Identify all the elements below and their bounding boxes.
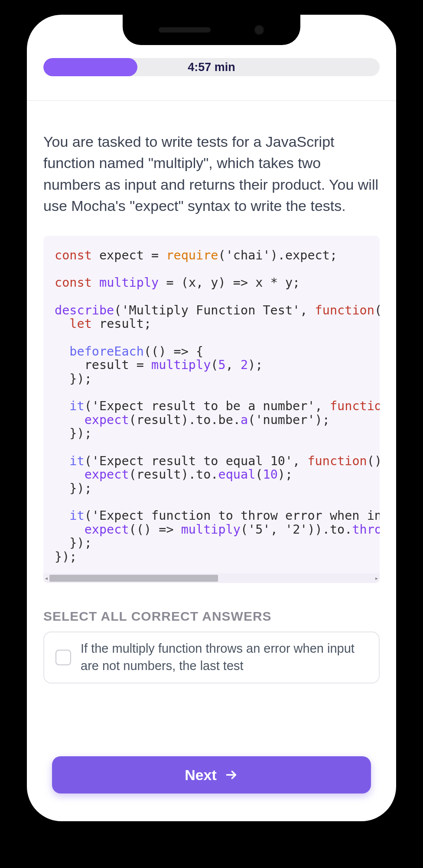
answers-heading: SELECT ALL CORRECT ANSWERS: [43, 609, 380, 624]
answer-option-text: If the multiply function throws an error…: [81, 640, 368, 674]
front-camera: [254, 25, 264, 35]
timer-bar-container: 4:57 min: [27, 58, 396, 76]
arrow-right-icon: [225, 768, 238, 782]
question-text: You are tasked to write tests for a Java…: [43, 131, 380, 217]
scroll-left-arrow[interactable]: ◂: [45, 575, 48, 581]
scroll-thumb[interactable]: [49, 575, 218, 582]
phone-frame: 4:57 min You are tasked to write tests f…: [12, 0, 411, 836]
question-content[interactable]: You are tasked to write tests for a Java…: [27, 101, 396, 821]
timer-progress: 4:57 min: [43, 58, 380, 76]
answer-option[interactable]: If the multiply function throws an error…: [43, 632, 380, 683]
code-content: const expect = require('chai').expect; c…: [55, 249, 368, 564]
timer-label: 4:57 min: [188, 61, 235, 74]
code-horizontal-scrollbar[interactable]: ◂ ▸: [43, 573, 380, 583]
scroll-right-arrow[interactable]: ▸: [375, 575, 378, 581]
app-viewport: 4:57 min You are tasked to write tests f…: [27, 15, 396, 821]
next-button-label: Next: [185, 767, 217, 784]
code-block: const expect = require('chai').expect; c…: [43, 236, 380, 583]
device-notch: [123, 15, 300, 45]
code-scroll-area[interactable]: const expect = require('chai').expect; c…: [43, 236, 380, 573]
timer-progress-fill: [43, 58, 137, 76]
phone-screen: 4:57 min You are tasked to write tests f…: [27, 15, 396, 821]
speaker-grille: [159, 27, 211, 32]
next-button[interactable]: Next: [52, 756, 371, 794]
checkbox-icon[interactable]: [55, 650, 71, 665]
scroll-track[interactable]: [49, 573, 374, 583]
